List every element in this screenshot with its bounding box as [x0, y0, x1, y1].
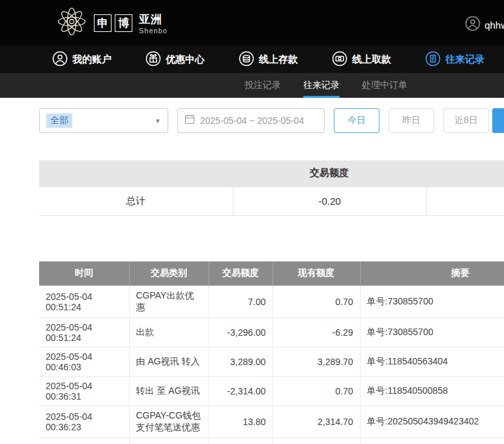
cell-type: 转出 至 AG视讯: [129, 377, 209, 406]
table-row: 2025-05-04 00:36:23 CGPAY-CG钱包支付笔笔送优惠 13…: [39, 406, 504, 438]
summary-header: 交易额度: [39, 160, 504, 186]
nav-label: 往来记录: [445, 53, 484, 66]
cell-summary: 单号:118540500858: [360, 377, 504, 406]
cell-amount: -3,296.00: [209, 318, 273, 348]
chevron-down-icon: ▼: [155, 117, 161, 125]
table-row: 2025-05-04 00:51:24 CGPAY出款优惠 7.00 0.70 …: [39, 286, 504, 318]
records-document-icon: [425, 51, 441, 68]
cell-summary: 单号:730855700: [360, 318, 504, 348]
cell-balance: 0.70: [273, 377, 360, 406]
withdraw-banknote-icon: [332, 51, 348, 68]
nav-label: 优惠中心: [166, 53, 205, 66]
tab-betting-records[interactable]: 投注记录: [245, 73, 281, 98]
summary-total-label: 总计: [39, 186, 233, 215]
last-8-days-button[interactable]: 近8日: [443, 108, 489, 133]
brand-region-text: 亚洲: [139, 12, 168, 27]
col-header-amount: 交易额度: [209, 261, 273, 286]
nav-item-my-account[interactable]: 我的账户: [52, 51, 111, 68]
cell-balance: 2,314.70: [273, 406, 360, 438]
col-header-type: 交易类别: [129, 261, 209, 286]
cell-time: 2025-05-04 00:51:24: [39, 286, 129, 318]
lotus-flower-icon: [55, 5, 89, 41]
col-header-balance: 现有额度: [273, 261, 360, 286]
transaction-type-dropdown[interactable]: 全部 ▼: [39, 108, 168, 133]
brand-char-2: 博: [115, 14, 132, 32]
brand-subtitle: Shenbo: [139, 27, 168, 35]
nav-item-online-deposit[interactable]: 线上存款: [239, 51, 298, 68]
brand-logo[interactable]: 申 博 亚洲 Shenbo: [55, 5, 168, 41]
brand-boxed-characters: 申 博: [94, 14, 132, 32]
cell-type: CGPAY出款优惠: [129, 286, 209, 318]
main-navigation: 我的账户 优惠中心 线上存款 线上取款: [0, 46, 504, 73]
cell-balance: 0.70: [273, 286, 360, 318]
tab-processing-orders[interactable]: 处理中订单: [362, 73, 408, 98]
summary-section: 交易额度 总计 -0.20: [39, 160, 504, 216]
cell-summary: 单号:730855700: [360, 286, 504, 318]
table-row: 2025-05-04 00:36:31 转出 至 AG视讯 -2,314.00 …: [39, 377, 504, 406]
cell-amount: 3,289.00: [209, 348, 273, 377]
search-button[interactable]: [492, 108, 504, 133]
nav-label: 我的账户: [72, 53, 111, 66]
col-header-time: 时间: [39, 261, 129, 286]
cell-type: 出款: [129, 318, 209, 348]
calendar-icon: [185, 114, 195, 127]
yesterday-button[interactable]: 昨日: [389, 108, 434, 133]
cell-amount: 2,300.00: [209, 438, 273, 444]
filter-bar: 全部 ▼ 2025-05-04 ~ 2025-05-04 今日 昨日 近8日: [39, 108, 504, 133]
cell-type: CGPAY-CG钱包支付笔笔送优惠: [129, 406, 209, 438]
cell-amount: 7.00: [209, 286, 273, 318]
cell-summary: 单号:202505043949423402: [360, 438, 504, 444]
deposit-coins-icon: [239, 51, 254, 68]
records-subnav: 投注记录 往来记录 处理中订单: [0, 73, 504, 98]
tab-transaction-records[interactable]: 往来记录: [303, 73, 340, 98]
date-range-value: 2025-05-04 ~ 2025-05-04: [200, 115, 304, 126]
table-row: 2025-05-04 00:46:03 由 AG视讯 转入 3,289.00 3…: [39, 348, 504, 377]
table-header-row: 时间 交易类别 交易额度 现有额度 摘要: [39, 261, 504, 286]
cell-time: 2025-05-04 00:46:03: [39, 348, 129, 377]
avatar-icon: [465, 16, 481, 34]
col-header-summary: 摘要: [360, 261, 504, 286]
nav-item-promotions[interactable]: 优惠中心: [145, 51, 205, 68]
table-row: 2025-05-04 00:51:24 出款 -3,296.00 -6.29 单…: [39, 318, 504, 348]
records-table-section: 时间 交易类别 交易额度 现有额度 摘要 2025-05-04 00:51:24…: [39, 261, 504, 444]
top-header: 申 博 亚洲 Shenbo qhhw: [0, 0, 504, 46]
gift-icon: [145, 51, 161, 68]
nav-item-online-withdrawal[interactable]: 线上取款: [332, 51, 391, 68]
today-button[interactable]: 今日: [334, 108, 379, 133]
cell-type: CGPAY支付: [129, 438, 209, 444]
summary-empty-cell: [426, 186, 504, 215]
username-text[interactable]: qhhw: [484, 20, 504, 31]
cell-time: 2025-05-04 00:36:23: [39, 438, 129, 444]
nav-label: 线上存款: [259, 53, 298, 66]
table-row: 2025-05-04 00:36:23 CGPAY支付 2,300.00 2,3…: [39, 438, 504, 444]
user-icon: [52, 51, 68, 68]
summary-total-value: -0.20: [233, 186, 426, 215]
cell-summary: 单号:118540563404: [360, 348, 504, 377]
nav-label: 线上取款: [352, 53, 391, 66]
cell-type: 由 AG视讯 转入: [129, 348, 209, 377]
summary-row: 总计 -0.20: [39, 186, 504, 215]
date-range-picker[interactable]: 2025-05-04 ~ 2025-05-04: [177, 108, 325, 133]
nav-item-transaction-records[interactable]: 往来记录: [425, 51, 484, 68]
cell-amount: 13.80: [209, 406, 273, 438]
cell-balance: 3,289.70: [273, 348, 360, 377]
brand-char-1: 申: [94, 14, 111, 32]
cell-amount: -2,314.00: [209, 377, 273, 406]
cell-time: 2025-05-04 00:51:24: [39, 318, 129, 348]
cell-time: 2025-05-04 00:36:31: [39, 377, 129, 406]
cell-time: 2025-05-04 00:36:23: [39, 406, 129, 438]
cell-balance: 2,300.90: [273, 438, 360, 444]
cell-balance: -6.29: [273, 318, 360, 348]
cell-summary: 单号:202505043949423402: [360, 406, 504, 438]
user-account[interactable]: qhhw: [465, 16, 504, 34]
dropdown-selected-value: 全部: [46, 113, 72, 128]
